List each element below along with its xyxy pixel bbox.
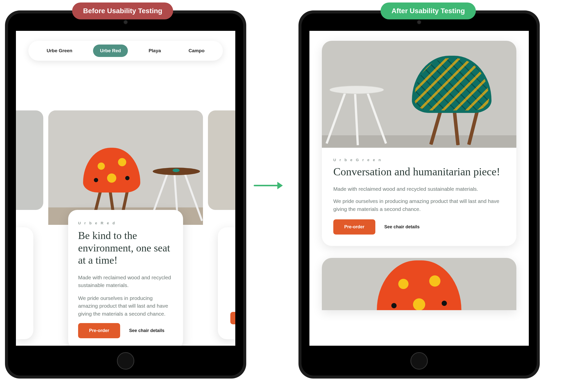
preorder-button[interactable]: Pre-order — [78, 323, 120, 338]
product-title: Be kind to the environment, one seat at … — [78, 230, 173, 267]
screen-after[interactable]: U r b e G r e e n Conversation and human… — [309, 31, 529, 346]
product-carousel[interactable]: U r b e R e d Be kind to the environment… — [16, 81, 235, 346]
carousel-next-card-edge[interactable] — [218, 227, 235, 339]
camera-icon — [417, 20, 421, 24]
tab-urbe-red[interactable]: Urbe Red — [93, 45, 128, 57]
product-eyebrow: U r b e R e d — [78, 221, 173, 225]
product-tabs: Urbe Green Urbe Red Playa Campo — [28, 41, 223, 61]
tab-urbe-green[interactable]: Urbe Green — [40, 45, 79, 57]
product-eyebrow: U r b e G r e e n — [333, 158, 505, 162]
cta-row: Pre-order See chair details — [78, 323, 173, 338]
carousel-prev-card-edge[interactable] — [16, 227, 33, 339]
product-body-1: Made with reclaimed wood and recycled su… — [78, 274, 173, 289]
product-card-urbe-red-peek[interactable] — [322, 258, 516, 310]
product-hero-image — [322, 41, 516, 148]
product-body-2: We pride ourselves in producing amazing … — [78, 294, 173, 318]
see-details-link[interactable]: See chair details — [129, 328, 164, 333]
carousel-next-image[interactable] — [208, 110, 235, 210]
tab-campo[interactable]: Campo — [182, 45, 211, 57]
carousel-next-cta-peek — [230, 312, 235, 324]
cta-row: Pre-order See chair details — [333, 219, 505, 235]
product-body-2: We pride ourselves in producing amazing … — [333, 197, 505, 213]
badge-before: Before Usability Testing — [72, 2, 173, 19]
camera-icon — [123, 20, 128, 24]
side-table — [329, 71, 384, 145]
badge-after: After Usability Testing — [381, 2, 476, 19]
tab-playa[interactable]: Playa — [142, 45, 168, 57]
product-title: Conversation and humanitarian piece! — [333, 165, 505, 179]
home-button[interactable] — [410, 352, 428, 370]
preorder-button[interactable]: Pre-order — [333, 219, 375, 235]
product-card: U r b e R e d Be kind to the environment… — [68, 210, 183, 346]
comparison-stage: Before Usability Testing After Usability… — [0, 0, 588, 385]
product-body-1: Made with reclaimed wood and recycled su… — [333, 185, 505, 193]
chair-orange-icon — [78, 133, 148, 222]
see-details-link[interactable]: See chair details — [384, 224, 420, 230]
chair-green-icon — [404, 46, 499, 145]
tablet-before: Urbe Green Urbe Red Playa Campo — [5, 10, 246, 379]
product-card-urbe-green: U r b e G r e e n Conversation and human… — [322, 41, 516, 246]
chair-orange-icon — [367, 260, 471, 310]
home-button[interactable] — [117, 352, 134, 370]
product-hero-image — [48, 110, 203, 225]
arrow-right-icon — [254, 183, 284, 188]
tablet-after: U r b e G r e e n Conversation and human… — [298, 10, 540, 379]
carousel-prev-image[interactable] — [16, 110, 43, 210]
screen-before: Urbe Green Urbe Red Playa Campo — [16, 31, 235, 346]
